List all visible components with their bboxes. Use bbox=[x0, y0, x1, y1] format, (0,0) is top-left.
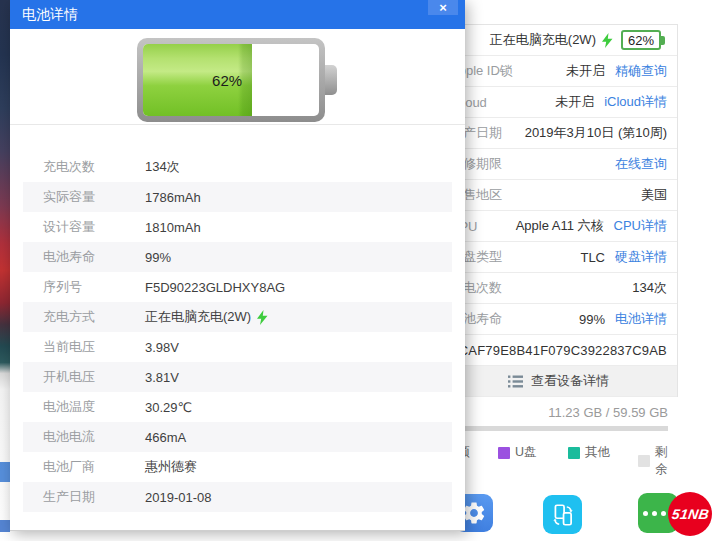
battery-shell: 62% bbox=[137, 38, 325, 122]
table-row: 电池温度 30.29℃ bbox=[23, 392, 452, 422]
table-row: 充电次数 134次 bbox=[23, 152, 452, 182]
row-value: 1810mAh bbox=[145, 220, 201, 235]
legend-item-udisk: U盘 bbox=[498, 444, 537, 461]
device-info-table: 正在电脑充电(2W) 62% Apple ID锁 未开启 精确查询 iCloud… bbox=[428, 24, 678, 397]
charging-status-text: 正在电脑充电(2W) bbox=[490, 31, 596, 49]
modal-title: 电池详情 bbox=[22, 6, 78, 22]
info-row-cpu: CPU Apple A11 六核 CPU详情 bbox=[428, 211, 677, 242]
row-value: 3.98V bbox=[145, 340, 179, 355]
info-row-battery-life: 电池寿命 99% 电池详情 bbox=[428, 304, 677, 335]
background-fragment bbox=[0, 520, 10, 532]
storage-usage-text: 11.23 GB / 59.59 GB bbox=[548, 405, 668, 420]
battery-percent-text: 62% bbox=[628, 33, 654, 48]
legend-item-other: 其他 bbox=[568, 444, 610, 461]
row-label: 电池温度 bbox=[43, 398, 145, 416]
view-device-details-label: 查看设备详情 bbox=[531, 372, 609, 390]
battery-graphic-zone: 62% bbox=[10, 29, 465, 125]
udid-text: 2BCAF79E8B41F079C3922837C9AB bbox=[442, 343, 667, 358]
lightning-icon bbox=[257, 310, 268, 325]
row-value: 2019年3月10日 (第10周) bbox=[525, 124, 667, 142]
table-row: 当前电压 3.98V bbox=[23, 332, 452, 362]
modal-header: 电池详情 × bbox=[10, 0, 465, 29]
udid-row: 2BCAF79E8B41F079C3922837C9AB bbox=[428, 335, 677, 366]
info-row-sales-region: 销售地区 美国 bbox=[428, 180, 677, 211]
battery-details-modal: 电池详情 × 62% 充电次数 134次 实际容 bbox=[10, 0, 465, 531]
row-label: 当前电压 bbox=[43, 338, 145, 356]
row-label: 生产日期 bbox=[43, 488, 145, 506]
disk-details-link[interactable]: 硬盘详情 bbox=[615, 248, 667, 266]
charging-status-row: 正在电脑充电(2W) 62% bbox=[428, 25, 677, 56]
row-label: 开机电压 bbox=[43, 368, 145, 386]
table-row: 电池厂商 惠州德赛 bbox=[23, 452, 452, 482]
row-value: F5D90223GLDHXY8AG bbox=[145, 280, 285, 295]
table-row: 实际容量 1786mAh bbox=[23, 182, 452, 212]
row-value: 30.29℃ bbox=[145, 400, 192, 415]
device-info-panel: 正在电脑充电(2W) 62% Apple ID锁 未开启 精确查询 iCloud… bbox=[428, 0, 678, 541]
row-value: 正在电脑充电(2W) bbox=[145, 308, 268, 326]
appleid-query-link[interactable]: 精确查询 bbox=[615, 62, 667, 80]
cpu-details-link[interactable]: CPU详情 bbox=[614, 217, 667, 235]
row-label: 电池厂商 bbox=[43, 458, 145, 476]
row-label: 充电方式 bbox=[43, 308, 145, 326]
legend-swatch bbox=[498, 447, 510, 459]
row-value: 未开启 bbox=[555, 93, 594, 111]
row-label: 电池寿命 bbox=[43, 248, 145, 266]
row-label: 充电次数 bbox=[43, 158, 145, 176]
row-label: 序列号 bbox=[43, 278, 145, 296]
phones-sync-icon bbox=[550, 502, 576, 528]
row-value: 1786mAh bbox=[145, 190, 201, 205]
close-icon: × bbox=[439, 1, 447, 15]
charging-method-text: 正在电脑充电(2W) bbox=[145, 308, 251, 326]
battery-terminal bbox=[325, 65, 337, 95]
background-fragment bbox=[0, 462, 10, 482]
legend-label: U盘 bbox=[515, 444, 537, 461]
close-button[interactable]: × bbox=[428, 0, 458, 15]
legend-item-free: 剩余 bbox=[638, 444, 678, 478]
legend-label: 其他 bbox=[585, 444, 610, 461]
row-value: 3.81V bbox=[145, 370, 179, 385]
battery-graphic: 62% bbox=[137, 38, 325, 122]
battery-percent-badge: 62% bbox=[621, 30, 661, 50]
info-row-icloud: iCloud 未开启 iCloud详情 bbox=[428, 87, 677, 118]
table-row: 电池电流 466mA bbox=[23, 422, 452, 452]
row-label: 电池电流 bbox=[43, 428, 145, 446]
row-label: 实际容量 bbox=[43, 188, 145, 206]
row-value: 未开启 bbox=[566, 62, 605, 80]
phone-transfer-icon[interactable] bbox=[543, 495, 582, 534]
lightning-icon bbox=[602, 33, 613, 48]
row-value: 134次 bbox=[632, 279, 667, 297]
row-label: 设计容量 bbox=[43, 218, 145, 236]
ellipsis-icon bbox=[643, 511, 666, 516]
battery-percent-label: 62% bbox=[212, 72, 242, 89]
row-value: 99% bbox=[145, 250, 171, 265]
battery-fill: 62% bbox=[143, 44, 252, 116]
info-row-appleid: Apple ID锁 未开启 精确查询 bbox=[428, 56, 677, 87]
background-app-edge bbox=[0, 0, 10, 541]
table-row: 序列号 F5D90223GLDHXY8AG bbox=[23, 272, 452, 302]
row-value: 466mA bbox=[145, 430, 186, 445]
table-row: 电池寿命 99% bbox=[23, 242, 452, 272]
51nb-logo-badge: 51NB bbox=[668, 492, 712, 536]
table-row: 开机电压 3.81V bbox=[23, 362, 452, 392]
view-device-details-button[interactable]: 查看设备详情 bbox=[428, 366, 677, 397]
row-value: 2019-01-08 bbox=[145, 490, 212, 505]
info-row-charge-count: 充电次数 134次 bbox=[428, 273, 677, 304]
icloud-details-link[interactable]: iCloud详情 bbox=[604, 93, 667, 111]
51nb-logo-text: 51NB bbox=[670, 506, 709, 522]
legend-label: 剩余 bbox=[655, 444, 678, 478]
row-value: Apple A11 六核 bbox=[516, 217, 604, 235]
table-row-charging-method: 充电方式 正在电脑充电(2W) bbox=[23, 302, 452, 332]
row-value: 99% bbox=[579, 312, 605, 327]
table-row: 生产日期 2019-01-08 bbox=[23, 482, 452, 512]
app-window: 正在电脑充电(2W) 62% Apple ID锁 未开启 精确查询 iCloud… bbox=[0, 0, 719, 541]
list-icon bbox=[508, 375, 523, 388]
info-row-disk-type: 硬盘类型 TLC 硬盘详情 bbox=[428, 242, 677, 273]
row-value: 134次 bbox=[145, 158, 180, 176]
row-value: 惠州德赛 bbox=[145, 458, 197, 476]
legend-swatch bbox=[568, 447, 580, 459]
battery-details-link[interactable]: 电池详情 bbox=[615, 310, 667, 328]
info-row-production-date: 生产日期 2019年3月10日 (第10周) bbox=[428, 118, 677, 149]
info-row-warranty: 保修期限 在线查询 bbox=[428, 149, 677, 180]
battery-detail-table: 充电次数 134次 实际容量 1786mAh 设计容量 1810mAh 电池寿命… bbox=[23, 152, 452, 512]
warranty-query-link[interactable]: 在线查询 bbox=[615, 155, 667, 173]
